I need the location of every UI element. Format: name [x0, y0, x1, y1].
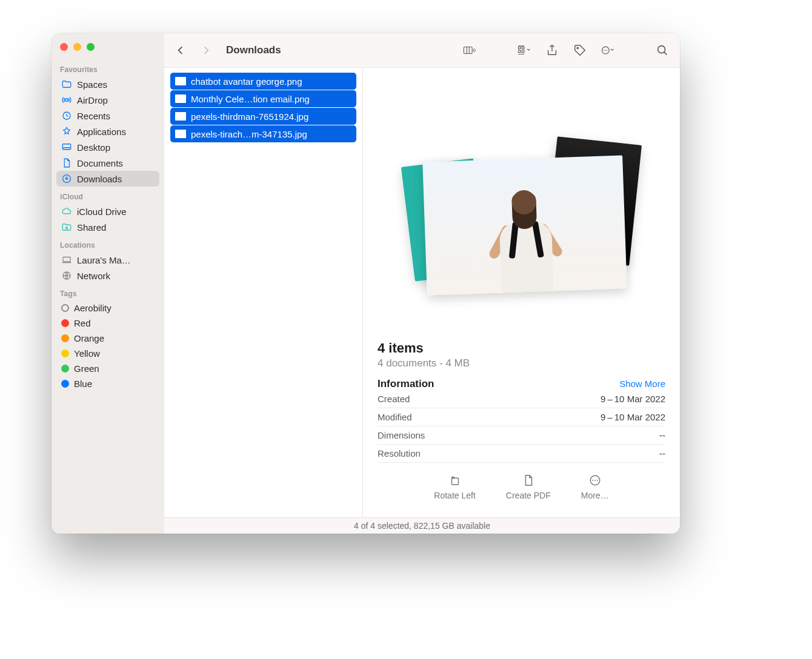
close-window-button[interactable]	[60, 43, 68, 51]
sidebar-item-label: Orange	[74, 333, 104, 343]
info-value: --	[659, 448, 665, 459]
sidebar-tag-aerobility[interactable]: Aerobility	[56, 300, 159, 316]
forward-button[interactable]	[199, 44, 213, 57]
file-row[interactable]: Monthly Cele…tion email.png	[170, 90, 356, 107]
svg-point-12	[577, 47, 578, 48]
sidebar-item-label: Desktop	[77, 142, 110, 153]
sidebar-item-label: Recents	[77, 111, 110, 121]
back-button[interactable]	[174, 44, 187, 57]
svg-rect-8	[518, 47, 521, 49]
sidebar-tag-orange[interactable]: Orange	[56, 331, 159, 346]
svg-rect-9	[522, 47, 524, 49]
clock-icon	[61, 110, 72, 121]
svg-point-16	[607, 50, 607, 50]
sidebar-item-label: Applications	[77, 127, 126, 137]
tag-dot-icon	[61, 334, 69, 342]
stack-card-icon	[422, 155, 627, 295]
cloud-icon	[61, 206, 72, 217]
sidebar-section-tags: Tags	[56, 283, 159, 300]
sidebar-tag-blue[interactable]: Blue	[56, 376, 159, 391]
sidebar-item-network[interactable]: Network	[56, 268, 159, 283]
file-name: chatbot avantar george.png	[191, 76, 302, 87]
preview-title: 4 items	[378, 340, 665, 356]
share-button[interactable]	[545, 44, 559, 57]
sidebar-item-computer[interactable]: Laura's Ma…	[56, 252, 159, 268]
create-pdf-action[interactable]: Create PDF	[506, 474, 551, 500]
sidebar-item-desktop[interactable]: Desktop	[56, 139, 159, 155]
info-row: Resolution --	[378, 445, 665, 463]
rotate-left-action[interactable]: Rotate Left	[434, 474, 476, 500]
file-row[interactable]: chatbot avantar george.png	[170, 73, 356, 90]
network-icon	[61, 270, 72, 281]
more-actions[interactable]: More…	[581, 474, 609, 500]
svg-point-21	[594, 480, 596, 481]
svg-rect-11	[522, 50, 524, 53]
toolbar: Downloads	[164, 33, 680, 68]
action-menu-button[interactable]	[601, 44, 614, 57]
svg-rect-2	[62, 144, 71, 150]
info-value: 9 – 10 Mar 2022	[601, 394, 665, 404]
file-thumbnail-icon	[175, 112, 186, 121]
sidebar-section-locations: Locations	[56, 235, 159, 252]
rotate-left-icon	[448, 474, 462, 487]
sidebar-item-label: Blue	[74, 379, 92, 389]
view-mode-button[interactable]	[463, 44, 476, 57]
action-label: Create PDF	[506, 491, 551, 500]
folder-icon	[61, 79, 72, 90]
svg-point-20	[592, 480, 593, 481]
window-controls	[56, 39, 159, 59]
more-icon	[588, 474, 602, 487]
svg-point-15	[605, 50, 606, 50]
sidebar-item-label: Yellow	[74, 348, 100, 359]
status-bar: 4 of 4 selected, 822,15 GB available	[164, 517, 680, 534]
preview-subtitle: 4 documents - 4 MB	[378, 357, 665, 369]
preview-pane: 4 items 4 documents - 4 MB Information S…	[363, 68, 680, 517]
sidebar-item-label: Red	[74, 318, 91, 328]
file-thumbnail-icon	[175, 130, 186, 138]
tag-dot-icon	[61, 319, 69, 327]
sidebar-tag-yellow[interactable]: Yellow	[56, 346, 159, 361]
sidebar-item-label: Network	[77, 271, 110, 281]
info-key: Created	[378, 394, 410, 404]
sidebar-tag-red[interactable]: Red	[56, 316, 159, 331]
sidebar-tag-green[interactable]: Green	[56, 361, 159, 376]
sidebar-item-label: Green	[74, 363, 99, 374]
svg-rect-10	[518, 50, 521, 53]
search-button[interactable]	[656, 44, 669, 57]
file-name: pexels-thirdman-7651924.jpg	[191, 111, 308, 122]
file-row[interactable]: pexels-thirdman-7651924.jpg	[170, 108, 356, 125]
sidebar-item-spaces[interactable]: Spaces	[56, 76, 159, 92]
sidebar-item-label: iCloud Drive	[77, 207, 127, 217]
sidebar-item-icloud-drive[interactable]: iCloud Drive	[56, 204, 159, 219]
sidebar-item-downloads[interactable]: Downloads	[56, 171, 159, 187]
minimize-window-button[interactable]	[73, 43, 81, 51]
info-key: Dimensions	[378, 430, 425, 440]
tag-dot-icon	[61, 365, 69, 373]
sidebar-item-applications[interactable]: Applications	[56, 124, 159, 139]
sidebar-item-documents[interactable]: Documents	[56, 155, 159, 171]
main-area: Downloads	[164, 33, 680, 534]
group-by-button[interactable]	[517, 44, 531, 57]
sidebar-item-label: Documents	[77, 158, 123, 168]
zoom-window-button[interactable]	[87, 43, 95, 51]
info-row: Modified 9 – 10 Mar 2022	[378, 408, 665, 426]
sidebar-item-airdrop[interactable]: AirDrop	[56, 92, 159, 108]
action-label: Rotate Left	[434, 491, 476, 500]
tags-button[interactable]	[573, 44, 587, 57]
file-row[interactable]: pexels-tirach…m-347135.jpg	[170, 125, 356, 142]
sidebar-item-recents[interactable]: Recents	[56, 108, 159, 124]
sidebar-section-favourites: Favourites	[56, 59, 159, 76]
sidebar-item-shared[interactable]: Shared	[56, 219, 159, 235]
sidebar-item-label: Downloads	[77, 174, 122, 184]
laptop-icon	[61, 254, 72, 265]
document-icon	[61, 157, 72, 168]
show-more-button[interactable]: Show More	[619, 379, 665, 389]
svg-rect-7	[464, 47, 472, 54]
tag-dot-icon	[61, 349, 69, 357]
svg-point-14	[604, 50, 604, 50]
file-thumbnail-icon	[175, 77, 186, 85]
download-icon	[61, 173, 72, 184]
tag-dot-icon	[61, 380, 69, 388]
preview-thumbnail-stack	[363, 68, 680, 328]
info-row: Created 9 – 10 Mar 2022	[378, 390, 665, 408]
